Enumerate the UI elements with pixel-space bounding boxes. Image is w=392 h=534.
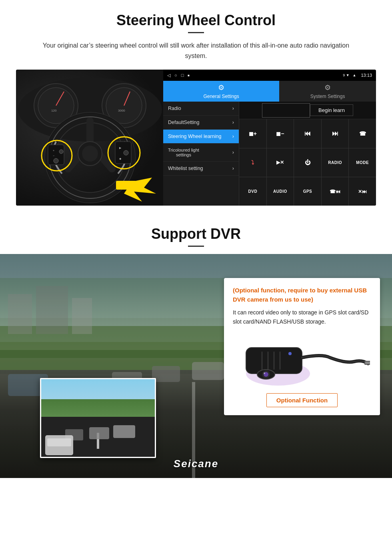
- svg-text:3000: 3000: [118, 109, 125, 112]
- android-menu: Radio › DefaultSetting › Steering Wheel …: [163, 102, 239, 206]
- svg-rect-46: [113, 425, 135, 438]
- chevron-tricoloured: ›: [232, 150, 234, 155]
- ctrl-hangup[interactable]: ⤵: [239, 148, 266, 177]
- dvr-section: Support DVR: [0, 206, 392, 478]
- tricoloured-label: Tricoloured lightsettings: [168, 148, 199, 157]
- dvr-background-scene: Seicane (Optional function, require to b…: [0, 254, 392, 478]
- chevron-radio: ›: [232, 106, 234, 111]
- chevron-steering: ›: [232, 134, 234, 139]
- menu-item-default-setting[interactable]: DefaultSetting ›: [163, 116, 239, 130]
- android-tab-bar: ⚙ General Settings ⚙ System Settings: [163, 81, 376, 102]
- seicane-brand: Seicane: [174, 458, 218, 470]
- steering-title: Steering Wheel Control: [16, 12, 376, 29]
- ctrl-next-track[interactable]: ⏭: [322, 119, 349, 148]
- svg-point-23: [59, 150, 63, 154]
- optional-function-button[interactable]: Optional Function: [266, 393, 338, 407]
- nav-home-icon[interactable]: ○: [174, 73, 177, 78]
- svg-rect-35: [8, 294, 32, 334]
- ctrl-dvd[interactable]: DVD: [239, 177, 266, 206]
- ctrl-power[interactable]: ⏻: [294, 148, 321, 177]
- tab-system-settings[interactable]: ⚙ System Settings: [279, 81, 376, 102]
- ctrl-audio[interactable]: AUDIO: [267, 177, 294, 206]
- system-icon: ⚙: [324, 83, 331, 92]
- dvr-description: It can record video only to storage in G…: [233, 308, 371, 326]
- svg-rect-45: [89, 427, 109, 439]
- steering-wheel-label: Steering Wheel learning: [168, 134, 221, 139]
- menu-item-radio[interactable]: Radio ›: [163, 102, 239, 116]
- svg-rect-41: [192, 362, 224, 380]
- svg-point-60: [264, 372, 265, 374]
- camera-svg: [234, 334, 370, 386]
- title-divider: [188, 32, 204, 33]
- svg-rect-40: [152, 366, 180, 382]
- steering-section: Steering Wheel Control Your original car…: [0, 0, 392, 206]
- dvr-info-card: (Optional function, require to buy exter…: [224, 278, 380, 415]
- svg-text:+: +: [53, 149, 54, 152]
- ctrl-phone-prev[interactable]: ☎⏮: [322, 177, 349, 206]
- general-settings-label: General Settings: [203, 94, 239, 99]
- begin-learn-empty-cell: [262, 103, 310, 118]
- signal-icon: 9 ▼: [343, 73, 349, 77]
- dashcam-footage-thumbnail: [40, 378, 156, 458]
- svg-text:−: −: [53, 154, 54, 157]
- ctrl-phone[interactable]: ☎: [349, 119, 376, 148]
- status-right-icons: 9 ▼ ▲ 13:13: [343, 73, 372, 78]
- nav-square-icon[interactable]: □: [181, 73, 184, 78]
- steering-wheel-image: 120 3000: [16, 70, 164, 206]
- default-setting-label: DefaultSetting: [168, 120, 200, 125]
- svg-text:120: 120: [51, 109, 57, 112]
- android-right-panel: Begin learn ◼+ ◼− ⏮ ⏭ ☎ ⤵ ▶✕ ⏻ R: [239, 102, 376, 206]
- ctrl-prev-track[interactable]: ⏮: [294, 119, 321, 148]
- ctrl-skip-next[interactable]: ✕⏭: [349, 177, 376, 206]
- svg-rect-31: [116, 181, 136, 190]
- radio-label: Radio: [168, 106, 181, 111]
- ctrl-vol-down[interactable]: ◼−: [267, 119, 294, 148]
- chevron-default: ›: [232, 120, 234, 125]
- svg-point-22: [54, 158, 58, 163]
- tab-general-settings[interactable]: ⚙ General Settings: [163, 81, 279, 102]
- menu-item-steering-wheel[interactable]: Steering Wheel learning ›: [163, 130, 239, 144]
- menu-item-tricoloured[interactable]: Tricoloured lightsettings ›: [163, 144, 239, 162]
- ctrl-radio[interactable]: RADIO: [322, 148, 349, 177]
- svg-rect-37: [72, 298, 92, 334]
- svg-rect-49: [47, 438, 71, 446]
- whitelist-label: Whitelist setting: [168, 166, 203, 171]
- ctrl-mode[interactable]: MODE: [349, 148, 376, 177]
- dvr-title-divider: [188, 246, 204, 247]
- dvr-optional-note: (Optional function, require to buy exter…: [233, 286, 371, 304]
- clock-display: 13:13: [361, 73, 372, 78]
- svg-point-26: [124, 150, 128, 155]
- ctrl-gps[interactable]: GPS: [294, 177, 321, 206]
- svg-rect-36: [36, 286, 68, 334]
- steering-composite: 120 3000: [16, 70, 376, 206]
- menu-item-whitelist[interactable]: Whitelist setting ›: [163, 162, 239, 176]
- nav-icons: ◁ ○ □ ■: [167, 73, 190, 78]
- android-content-area: Radio › DefaultSetting › Steering Wheel …: [163, 102, 376, 206]
- control-button-grid: ◼+ ◼− ⏮ ⏭ ☎ ⤵ ▶✕ ⏻ RADIO MODE DVD AUDIO: [239, 119, 376, 206]
- steering-wheel-svg: 120 3000: [16, 70, 164, 206]
- wifi-icon: ▲: [353, 73, 356, 77]
- begin-learn-row: Begin learn: [239, 102, 376, 119]
- nav-back-icon[interactable]: ◁: [167, 73, 170, 78]
- svg-rect-63: [365, 362, 370, 364]
- nav-dot-icon: ■: [188, 74, 190, 77]
- svg-point-61: [288, 352, 292, 355]
- svg-point-18: [82, 146, 98, 162]
- android-ui-panel: ◁ ○ □ ■ 9 ▼ ▲ 13:13 ⚙ General Settings: [163, 70, 376, 206]
- ctrl-mute[interactable]: ▶✕: [267, 148, 294, 177]
- steering-subtitle: Your original car’s steering wheel contr…: [32, 40, 360, 61]
- ctrl-vol-up[interactable]: ◼+: [239, 119, 266, 148]
- system-settings-label: System Settings: [310, 94, 345, 99]
- gear-icon: ⚙: [218, 83, 224, 92]
- thumb-scene-svg: [41, 379, 156, 458]
- svg-rect-24: [115, 142, 131, 164]
- dvr-title-area: Support DVR: [0, 210, 392, 247]
- chevron-whitelist: ›: [232, 166, 234, 171]
- begin-learn-button[interactable]: Begin learn: [310, 104, 353, 116]
- status-bar: ◁ ○ □ ■ 9 ▼ ▲ 13:13: [163, 70, 376, 81]
- dvr-camera-illustration: [233, 332, 371, 388]
- dvr-title: Support DVR: [16, 226, 376, 242]
